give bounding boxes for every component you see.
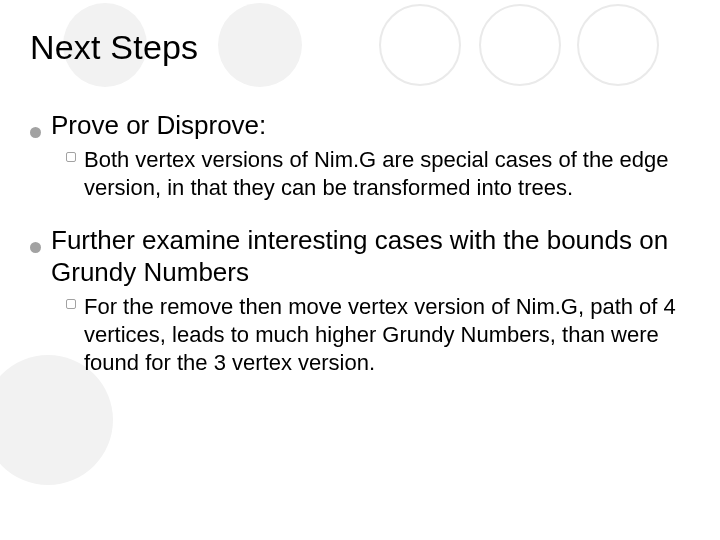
item-head-text: Further examine interesting cases with t… [51, 224, 690, 289]
subbullet-icon [66, 152, 76, 162]
slide-title: Next Steps [30, 28, 690, 67]
subbullet-icon [66, 299, 76, 309]
list-item: Further examine interesting cases with t… [30, 224, 690, 377]
item-head: Prove or Disprove: [30, 109, 690, 142]
sub-item: For the remove then move vertex version … [66, 293, 690, 377]
bullet-icon [30, 127, 41, 138]
list-item: Prove or Disprove: Both vertex versions … [30, 109, 690, 202]
item-head: Further examine interesting cases with t… [30, 224, 690, 289]
sub-item-text: For the remove then move vertex version … [84, 293, 690, 377]
sub-item: Both vertex versions of Nim.G are specia… [66, 146, 690, 202]
item-head-text: Prove or Disprove: [51, 109, 690, 142]
slide-content: Next Steps Prove or Disprove: Both verte… [0, 0, 720, 419]
bullet-icon [30, 242, 41, 253]
sub-item-text: Both vertex versions of Nim.G are specia… [84, 146, 690, 202]
